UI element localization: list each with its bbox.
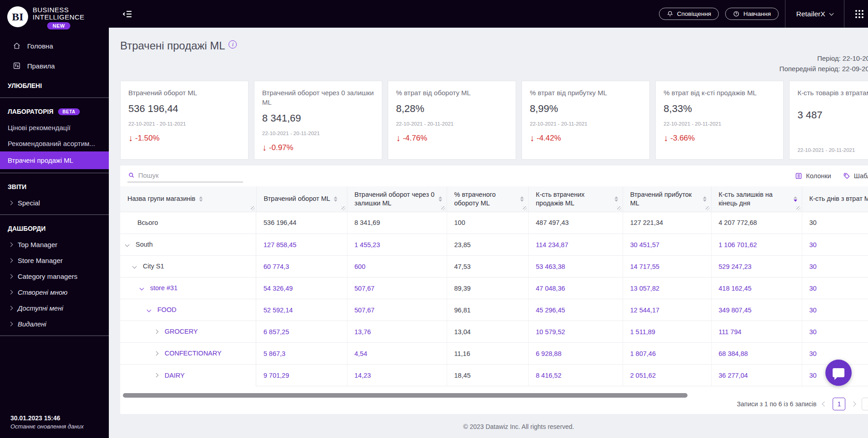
tag-icon (843, 172, 850, 180)
sidebar-divider (0, 336, 109, 336)
row-label[interactable]: City S1 (143, 263, 164, 270)
sort-icon[interactable] (334, 196, 337, 202)
expand-chevron-icon[interactable] (132, 264, 137, 268)
col-header-lost-sales-count[interactable]: К-сть втрачених продажів ML (528, 186, 623, 212)
kpi-date: 22-10-2021 - 20-11-2021 (663, 121, 775, 127)
column-resize-handle[interactable] (796, 206, 800, 210)
expand-chevron-icon[interactable] (154, 329, 159, 334)
section-dashboards: ДАШБОРДИ (0, 219, 109, 237)
sidebar-item-available-to-me[interactable]: Доступні мені (0, 300, 109, 316)
expand-chevron-icon[interactable] (154, 351, 159, 355)
row-label[interactable]: CONFECTIONARY (165, 350, 221, 357)
sidebar-item-rules[interactable]: Правила (0, 56, 109, 76)
last-update-note: Останнє оновлення даних (10, 423, 109, 430)
period-info: Період: 22-10-2021 - 20-11-2021 Попередн… (120, 53, 868, 74)
sidebar-item-price-recommendations[interactable]: Цінові рекомендації (0, 120, 109, 136)
columns-button[interactable]: Колонки (795, 172, 831, 180)
column-resize-handle[interactable] (251, 206, 255, 210)
records-info: Записи з 1 по 6 із 6 записів (737, 400, 817, 408)
row-label[interactable]: South (136, 241, 153, 248)
table-row-total: Всього 536 196,448 341,69100487 497,4312… (120, 212, 868, 234)
sidebar-item-home[interactable]: Головна (0, 36, 109, 56)
sidebar-item-category-managers[interactable]: Category managers (0, 268, 109, 284)
kpi-card-lost-turnover-zero-stock: Втрачений оборот через 0 залишки ML 8 34… (254, 81, 382, 160)
column-resize-handle[interactable] (341, 206, 346, 210)
notifications-label: Сповіщення (677, 10, 711, 17)
kpi-title: % втрат від прибутку ML (530, 88, 642, 97)
training-button[interactable]: Навчання (725, 8, 779, 20)
column-resize-handle[interactable] (617, 206, 621, 210)
expand-chevron-icon[interactable] (147, 307, 151, 312)
page-number[interactable]: 1 (833, 398, 845, 410)
apps-grid-button[interactable] (844, 0, 868, 28)
sidebar-divider (0, 214, 109, 215)
info-icon[interactable]: i (229, 40, 237, 49)
sidebar-item-recommended-assortment[interactable]: Рекомендований асортим... (0, 136, 109, 151)
sidebar-item-created-by-me[interactable]: Створені мною (0, 284, 109, 300)
row-label[interactable]: GROCERY (165, 328, 198, 335)
arrow-down-icon: ↓ (396, 133, 400, 143)
kpi-card-pct-loss-profit: % втрат від прибутку ML 8,99% 22-10-2021… (522, 81, 650, 160)
table-row: GROCERY 6 857,2513,7613,0410 579,521 511… (120, 321, 868, 343)
prev-page-icon[interactable] (822, 401, 827, 406)
horizontal-scrollbar[interactable] (123, 393, 688, 398)
col-header-lost-turnover-zero[interactable]: Втрачений оборот через 0 залишки ML (347, 186, 447, 212)
kpi-date: 22-10-2021 - 20-11-2021 (262, 131, 374, 136)
kpi-value: 8,28% (396, 103, 508, 115)
retailer-selector[interactable]: RetailerX (785, 0, 844, 28)
sidebar-item-deleted[interactable]: Видалені (0, 316, 109, 332)
sidebar-item-store-manager[interactable]: Store Manager (0, 253, 109, 268)
col-header-days-with-losses[interactable]: К-сть днів з втрат ML (802, 186, 868, 212)
sidebar-item-lost-sales-ml[interactable]: Втрачені продажі ML (0, 151, 109, 169)
kpi-value: 536 196,44 (128, 103, 240, 115)
apps-grid-icon (855, 10, 863, 18)
col-header-pct-lost-turnover[interactable]: % втраченого обороту ML (447, 186, 528, 212)
col-header-stock-end-of-day[interactable]: К-сть залишків на кінець дня (711, 186, 802, 212)
next-page-icon[interactable] (851, 401, 856, 406)
row-label[interactable]: FOOD (157, 306, 176, 313)
expand-chevron-icon[interactable] (154, 373, 159, 378)
search-icon (128, 172, 135, 179)
expand-chevron-icon[interactable] (125, 242, 130, 247)
column-resize-handle[interactable] (706, 206, 710, 210)
kpi-card-lost-turnover: Втрачений оборот ML 536 196,44 22-10-202… (120, 81, 249, 160)
chevron-right-icon (9, 306, 13, 311)
page-size-select[interactable]: 20 / сторінка (862, 398, 868, 410)
column-resize-handle[interactable] (441, 206, 445, 210)
kpi-delta: ↓-3.66% (663, 133, 775, 143)
row-label[interactable]: store #31 (150, 284, 177, 292)
help-icon (733, 10, 740, 17)
kpi-delta: ↓-4.42% (530, 133, 642, 143)
col-header-lost-profit[interactable]: Втрачений прибуток ML (623, 186, 711, 212)
last-update-time: 30.01.2023 15:46 (10, 414, 109, 422)
sort-icon[interactable] (199, 196, 203, 202)
search-input[interactable] (138, 171, 242, 179)
expand-chevron-icon[interactable] (140, 286, 144, 290)
sidebar-divider (0, 173, 109, 173)
kpi-title: Втрачений оборот через 0 залишки ML (262, 88, 374, 107)
row-label[interactable]: DAIRY (165, 372, 185, 379)
notifications-button[interactable]: Сповіщення (659, 8, 719, 20)
rules-icon (13, 62, 21, 70)
sidebar-item-top-manager[interactable]: Top Manager (0, 237, 109, 253)
sort-icon[interactable] (439, 196, 442, 202)
chat-widget-button[interactable] (825, 360, 852, 386)
kpi-card-products-with-losses: К-сть товарів з втратами ML 3 487 22-10-… (789, 81, 868, 160)
col-header-store-group[interactable]: Назва групи магазинів (120, 186, 256, 212)
col-header-lost-turnover[interactable]: Втрачений оборот ML (256, 186, 347, 212)
sort-icon[interactable] (614, 196, 618, 202)
sidebar-item-special[interactable]: Special (0, 195, 109, 211)
sort-icon[interactable] (520, 196, 524, 202)
collapse-sidebar-icon[interactable] (122, 9, 133, 19)
pagination: Записи з 1 по 6 із 6 записів 1 20 / стор… (737, 398, 868, 410)
sort-icon-active[interactable] (794, 196, 797, 202)
table-row: DAIRY 9 701,2914,2318,458 416,522 051,62… (120, 365, 868, 386)
column-resize-handle[interactable] (523, 206, 527, 210)
brand-circle: BI (7, 6, 28, 27)
kpi-title: Втрачений оборот ML (128, 88, 240, 97)
templates-button[interactable]: Шаблони (843, 172, 868, 180)
section-favorites: УЛЮБЛЕНІ (0, 76, 109, 94)
topbar: Сповіщення Навчання RetailerX NT (109, 0, 868, 28)
arrow-down-icon: ↓ (262, 142, 267, 153)
sort-icon[interactable] (703, 196, 707, 202)
